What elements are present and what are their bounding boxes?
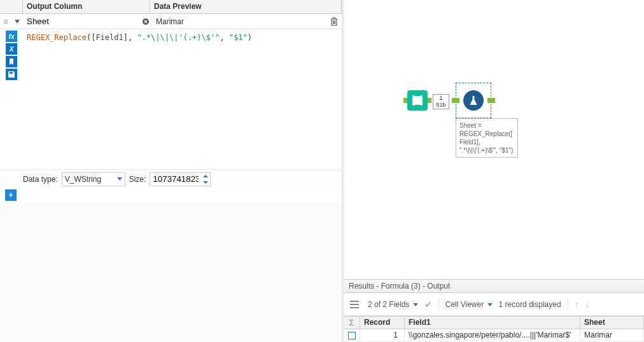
token-sep1: ,	[128, 33, 137, 42]
token-function: REGEX_Replace	[27, 33, 87, 42]
fields-count-text: 2 of 2 Fields	[368, 300, 418, 309]
check-icon: ✔	[424, 299, 432, 310]
formula-tool-node[interactable]	[463, 90, 484, 111]
input-tool-node[interactable]	[407, 90, 428, 111]
cell-field1: \\gonzales.singapore/peter/pablo/....|||…	[405, 329, 580, 341]
clear-icon[interactable]	[140, 18, 151, 25]
formula-tool-selection	[456, 83, 491, 118]
grid-header-row: Σ Record Field1 Sheet	[344, 317, 644, 329]
size-label: Size:	[129, 175, 146, 184]
col-field1[interactable]: Field1	[405, 317, 580, 329]
trash-icon[interactable]	[326, 17, 342, 26]
token-field: [Field1]	[91, 33, 128, 42]
expression-header-row: ≡ Marimar	[0, 14, 342, 29]
chevron-down-icon	[117, 177, 122, 181]
row-marker-icon	[344, 329, 360, 341]
toolbar-separator-2	[568, 299, 568, 310]
toolbar-separator	[438, 299, 439, 310]
formula-annotation: Sheet = REGEX_Replace([Field1], ".*\|\|\…	[456, 118, 518, 158]
left-filler	[0, 202, 342, 342]
datatype-select[interactable]: V_WString	[62, 172, 125, 186]
size-spinner	[201, 173, 210, 186]
size-decrement[interactable]	[201, 179, 210, 186]
header-pad	[0, 0, 23, 13]
right-panel: 1 51b Sheet = REGEX_Replace([Field1], ".…	[344, 0, 644, 342]
bookmark-button[interactable]	[6, 56, 17, 67]
col-record[interactable]: Record	[360, 317, 405, 329]
editor-toolbar: fx X	[0, 29, 23, 169]
editor-row: fx X REGEX_Replace([Field1], ".*\|\|\|'(…	[0, 29, 342, 169]
token-sep2: ,	[220, 33, 228, 42]
fx-button[interactable]: fx	[6, 31, 17, 42]
datatype-value: V_WString	[65, 175, 101, 184]
add-expression-button[interactable]: +	[5, 189, 17, 201]
preview-value: Marimar	[151, 16, 326, 27]
size-increment[interactable]	[201, 173, 210, 179]
book-icon	[412, 95, 423, 106]
datatype-label: Data type:	[23, 175, 58, 184]
badge-bottom: 51b	[433, 102, 449, 109]
nav-up-button[interactable]: ↑	[575, 299, 579, 310]
cell-record: 1	[360, 329, 405, 341]
config-panel: Output Column Data Preview ≡ Marimar fx …	[0, 0, 344, 342]
results-header: Results - Formula (3) - Output	[344, 279, 644, 293]
output-column-input[interactable]	[24, 15, 140, 27]
results-toolbar: 2 of 2 Fields ✔ Cell Viewer 1 record dis…	[344, 293, 644, 316]
token-pattern: ".*\|\|\|'(.+)\$'"	[137, 33, 220, 42]
svg-rect-1	[10, 72, 13, 74]
add-row: +	[0, 188, 342, 202]
connection-badge: 1 51b	[433, 94, 449, 109]
workflow-canvas[interactable]: 1 51b Sheet = REGEX_Replace([Field1], ".…	[344, 0, 644, 279]
col-sheet[interactable]: Sheet	[580, 317, 644, 329]
grid-data-row[interactable]: 1 \\gonzales.singapore/peter/pablo/....|…	[344, 329, 644, 342]
flask-icon	[469, 96, 478, 105]
size-input-wrap	[150, 172, 211, 186]
records-displayed-text: 1 record displayed	[499, 300, 561, 309]
menu-icon[interactable]: ≡	[0, 14, 11, 29]
nav-down-button[interactable]: ↓	[585, 299, 590, 310]
header-data-preview: Data Preview	[150, 0, 342, 13]
datatype-row: Data type: V_WString Size:	[0, 169, 342, 188]
save-button[interactable]	[6, 69, 17, 80]
view-list-icon[interactable]	[347, 298, 361, 311]
sigma-icon[interactable]: Σ	[344, 317, 360, 329]
x-var-button[interactable]: X	[6, 43, 17, 55]
cell-sheet: Marimar	[580, 329, 644, 341]
column-headers: Output Column Data Preview	[0, 0, 342, 14]
token-close: )	[248, 33, 252, 42]
header-output-column: Output Column	[23, 0, 150, 13]
token-replacement: "$1"	[229, 33, 248, 42]
results-grid: Σ Record Field1 Sheet 1 \\gonzales.singa…	[344, 316, 644, 342]
size-input[interactable]	[150, 174, 201, 184]
formula-editor[interactable]: REGEX_Replace([Field1], ".*\|\|\|'(.+)\$…	[23, 29, 342, 169]
badge-top: 1	[433, 95, 449, 102]
collapse-icon[interactable]	[11, 14, 23, 29]
cell-viewer-dropdown[interactable]: Cell Viewer	[445, 300, 493, 309]
